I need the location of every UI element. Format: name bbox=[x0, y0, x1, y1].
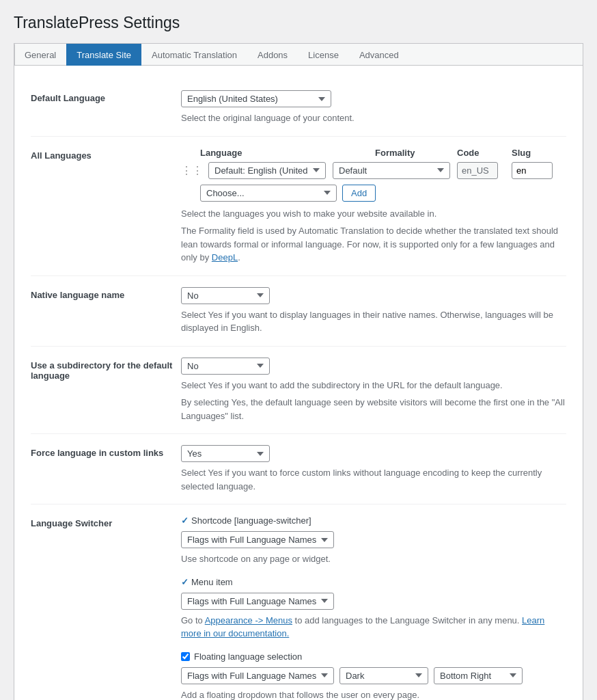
floating-style-select[interactable]: Flags with Full Language Names Flags Lan… bbox=[181, 667, 334, 684]
drag-handle-icon[interactable]: ⋮⋮ bbox=[181, 164, 203, 177]
force-language-label: Force language in custom links bbox=[31, 445, 181, 458]
subdirectory-control: No Yes Select Yes if you want to add the… bbox=[181, 358, 566, 423]
shortcode-select-row: Flags with Full Language Names Flags Lan… bbox=[181, 531, 566, 548]
all-languages-desc2: The Formality field is used by Automatic… bbox=[181, 224, 566, 265]
language-row-0: ⋮⋮ Default: English (United States) Defa… bbox=[181, 162, 566, 179]
floating-position-select[interactable]: Bottom Right Bottom Left Top Right Top L… bbox=[434, 667, 523, 684]
appearance-menus-link[interactable]: Appearance -> Menus bbox=[205, 615, 292, 625]
col-slug-header: Slug bbox=[512, 148, 566, 158]
subdirectory-desc2: By selecting Yes, the default language s… bbox=[181, 396, 566, 422]
native-language-desc: Select Yes if you want to display langua… bbox=[181, 308, 566, 335]
add-language-button[interactable]: Add bbox=[342, 185, 376, 202]
force-language-select[interactable]: No Yes bbox=[181, 445, 270, 462]
nav-tabs: General Translate Site Automatic Transla… bbox=[14, 44, 583, 66]
all-languages-header: Language Formality Code Slug bbox=[181, 148, 566, 162]
force-language-control: No Yes Select Yes if you want to force c… bbox=[181, 445, 566, 493]
col-formality-header: Formality bbox=[375, 148, 450, 158]
all-languages-desc1: Select the languages you wish to make yo… bbox=[181, 207, 566, 221]
native-language-row: Native language name No Yes Select Yes i… bbox=[31, 276, 566, 347]
shortcode-label: ✓ Shortcode [language-switcher] bbox=[181, 515, 566, 526]
shortcode-style-select[interactable]: Flags with Full Language Names Flags Lan… bbox=[181, 531, 334, 548]
force-language-desc: Select Yes if you want to force custom l… bbox=[181, 466, 566, 493]
tab-addons[interactable]: Addons bbox=[247, 44, 298, 66]
subdirectory-desc1: Select Yes if you want to add the subdir… bbox=[181, 379, 566, 392]
default-language-row: Default Language English (United States)… bbox=[31, 79, 566, 137]
default-language-desc: Select the original language of your con… bbox=[181, 111, 566, 125]
formality-select-0[interactable]: Default Formal Informal bbox=[333, 162, 450, 179]
menu-check-icon: ✓ bbox=[181, 577, 189, 587]
menu-item-label: ✓ Menu item bbox=[181, 577, 566, 587]
native-language-control: No Yes Select Yes if you want to display… bbox=[181, 287, 566, 335]
all-languages-label: All Languages bbox=[31, 148, 181, 161]
menu-item-style-select[interactable]: Flags with Full Language Names Flags Lan… bbox=[181, 593, 334, 610]
settings-content: Default Language English (United States)… bbox=[14, 66, 583, 700]
all-languages-control: Language Formality Code Slug ⋮⋮ Default:… bbox=[181, 148, 566, 265]
floating-label: Floating language selection bbox=[181, 651, 566, 662]
page-title: TranslatePress Settings bbox=[14, 14, 583, 32]
menu-item-desc: Go to Appearance -> Menus to add languag… bbox=[181, 614, 566, 641]
floating-desc: Add a floating dropdown that follows the… bbox=[181, 688, 566, 701]
subdirectory-label: Use a subdirectory for the default langu… bbox=[31, 358, 181, 381]
menu-item-label-text: Menu item bbox=[191, 577, 233, 587]
menu-item-desc-mid: to add languages to the Language Switche… bbox=[295, 615, 522, 625]
col-code-header: Code bbox=[457, 148, 505, 158]
language-switcher-row: Language Switcher ✓ Shortcode [language-… bbox=[31, 504, 566, 700]
code-input-0 bbox=[457, 162, 498, 179]
default-language-control: English (United States) Select the origi… bbox=[181, 90, 566, 125]
tab-translate-site[interactable]: Translate Site bbox=[66, 44, 141, 66]
force-language-row: Force language in custom links No Yes Se… bbox=[31, 434, 566, 504]
menu-item-desc-pre: Go to bbox=[181, 615, 203, 625]
subdirectory-select[interactable]: No Yes bbox=[181, 358, 270, 375]
tab-general[interactable]: General bbox=[14, 44, 66, 66]
shortcode-section: ✓ Shortcode [language-switcher] Flags wi… bbox=[181, 515, 566, 566]
default-language-select[interactable]: English (United States) bbox=[181, 90, 331, 107]
all-languages-row: All Languages Language Formality Code Sl… bbox=[31, 137, 566, 276]
language-switcher-control: ✓ Shortcode [language-switcher] Flags wi… bbox=[181, 515, 566, 700]
deepl-link[interactable]: DeepL bbox=[212, 252, 238, 262]
tab-automatic-translation[interactable]: Automatic Translation bbox=[141, 44, 247, 66]
floating-label-text: Floating language selection bbox=[194, 651, 302, 662]
shortcode-desc: Use shortcode on any page or widget. bbox=[181, 552, 566, 566]
floating-style-row: Flags with Full Language Names Flags Lan… bbox=[181, 667, 566, 684]
floating-section: Floating language selection Flags with F… bbox=[181, 651, 566, 701]
language-select-0[interactable]: Default: English (United States) bbox=[208, 162, 326, 179]
slug-input-0[interactable] bbox=[512, 162, 553, 179]
settings-panel: General Translate Site Automatic Transla… bbox=[14, 43, 583, 700]
add-language-row: Choose... Add bbox=[181, 185, 566, 202]
native-language-label: Native language name bbox=[31, 287, 181, 300]
default-language-label: Default Language bbox=[31, 90, 181, 103]
shortcode-label-text: Shortcode [language-switcher] bbox=[191, 515, 311, 526]
floating-checkbox[interactable] bbox=[181, 652, 190, 661]
language-switcher-label: Language Switcher bbox=[31, 515, 181, 528]
tab-advanced[interactable]: Advanced bbox=[349, 44, 409, 66]
col-lang-header: Language bbox=[200, 148, 368, 158]
native-language-select[interactable]: No Yes bbox=[181, 287, 270, 304]
tab-license[interactable]: License bbox=[298, 44, 349, 66]
shortcode-check-icon: ✓ bbox=[181, 515, 189, 526]
choose-language-select[interactable]: Choose... bbox=[200, 185, 337, 202]
menu-item-select-row: Flags with Full Language Names Flags Lan… bbox=[181, 593, 566, 610]
menu-item-section: ✓ Menu item Flags with Full Language Nam… bbox=[181, 577, 566, 641]
subdirectory-row: Use a subdirectory for the default langu… bbox=[31, 347, 566, 435]
floating-theme-select[interactable]: Dark Light bbox=[339, 667, 428, 684]
